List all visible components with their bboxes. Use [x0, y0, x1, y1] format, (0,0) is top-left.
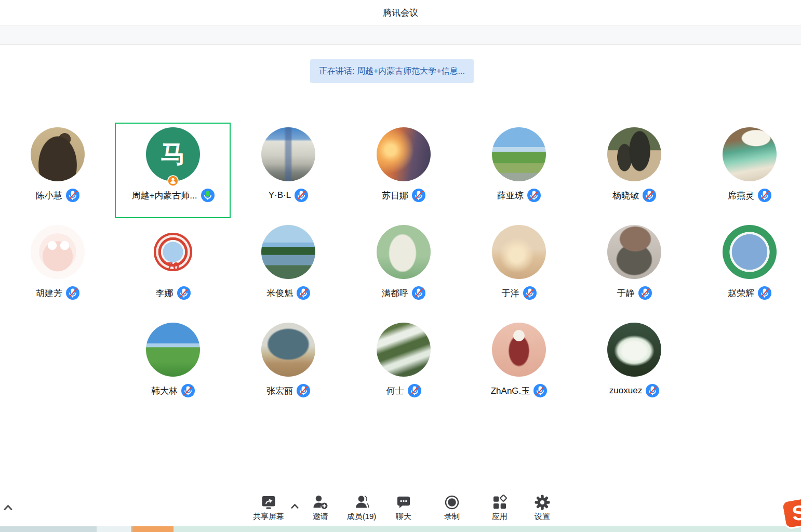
mic-muted-icon [643, 189, 656, 202]
dock-item-label: 共享屏幕 [253, 512, 284, 522]
participant-name: 何士 [386, 385, 404, 397]
bottom-toolbar: 共享屏幕邀请成员(19)聊天录制应用设置 [0, 493, 801, 526]
mic-muted-icon [412, 286, 425, 300]
participant-name-row: 李娜 [116, 286, 230, 300]
collapse-chevron-icon[interactable] [3, 504, 13, 511]
participant-name: zuoxuez [609, 385, 642, 396]
participant-name-row: 满都呼 [346, 286, 461, 300]
avatar-emblem: 马 [161, 142, 185, 167]
participant-name: 米俊魁 [266, 287, 293, 299]
participant-tile[interactable]: ZhAnG.玉 [462, 323, 576, 401]
mic-muted-icon [297, 384, 310, 397]
speaking-banner: 正在讲话: 周越+内蒙古师范大学+信息... [310, 59, 474, 83]
avatar [607, 225, 661, 279]
avatar: 马 [146, 127, 200, 181]
mic-muted-icon [181, 384, 195, 397]
participant-name-row: 陈小慧 [1, 189, 115, 202]
participant-name: 陈小慧 [36, 190, 62, 202]
speaking-banner-text: 正在讲话: 周越+内蒙古师范大学+信息... [319, 66, 465, 75]
participant-name-row: 何士 [346, 384, 461, 397]
participant-name-row: 薛亚琼 [462, 189, 576, 202]
participant-tile[interactable]: 满都呼 [346, 225, 461, 303]
participant-tile[interactable]: 米俊魁 [231, 225, 345, 303]
participant-name: 杨晓敏 [612, 190, 639, 202]
dock-item-settings[interactable]: 设置 [510, 494, 575, 522]
participant-name: 胡建芳 [36, 287, 62, 299]
avatar [31, 225, 85, 279]
members-icon [353, 494, 370, 511]
taskbar-segment [97, 526, 131, 532]
mic-muted-icon [533, 384, 547, 397]
participant-name: ZhAnG.玉 [491, 385, 530, 397]
avatar-emblem: 70 [167, 261, 179, 272]
mic-muted-icon [646, 384, 659, 397]
dock-item-label: 邀请 [313, 512, 328, 522]
participant-name: 苏日娜 [382, 190, 408, 202]
participant-name: 韩大林 [151, 385, 178, 397]
participant-name-row: 于静 [577, 286, 691, 300]
participant-name: 李娜 [156, 287, 173, 299]
avatar [723, 127, 777, 181]
participant-name-row: 周越+内蒙古师... [116, 189, 230, 202]
participant-tile[interactable]: 薛亚琼 [462, 127, 576, 205]
participant-name: 周越+内蒙古师... [131, 190, 197, 202]
mic-muted-icon [295, 189, 308, 202]
participant-name-row: 苏日娜 [346, 189, 461, 202]
avatar: 70 [146, 225, 200, 279]
avatar [31, 127, 85, 181]
participant-tile[interactable]: 赵荣辉 [692, 225, 801, 303]
mic-muted-icon [408, 384, 421, 397]
sogou-letter: S [791, 502, 801, 524]
settings-icon [533, 494, 551, 511]
participant-name: Y·B·L [269, 190, 291, 201]
participant-name: 于静 [617, 287, 635, 299]
participant-tile[interactable]: 马周越+内蒙古师... [116, 127, 230, 205]
participant-name: 张宏丽 [266, 385, 293, 397]
mic-muted-icon [758, 286, 771, 300]
participant-name: 薛亚琼 [497, 190, 524, 202]
dock-item-label: 聊天 [396, 512, 411, 522]
mic-muted-icon [66, 286, 79, 300]
participant-name-row: 张宏丽 [231, 384, 345, 397]
participant-tile[interactable]: 70李娜 [116, 225, 230, 303]
share-screen-icon [260, 494, 277, 511]
secondary-toolbar [0, 26, 801, 45]
avatar [492, 225, 546, 279]
taskbar-segment [173, 526, 801, 532]
participant-name-row: Y·B·L [231, 189, 345, 202]
mic-muted-icon [758, 189, 771, 202]
avatar [261, 225, 315, 279]
mic-muted-icon [412, 189, 425, 202]
dock-item-label: 设置 [535, 512, 550, 522]
participant-tile[interactable]: 何士 [346, 323, 461, 401]
participant-tile[interactable]: 于静 [577, 225, 691, 303]
participant-name-row: 于洋 [462, 286, 576, 300]
participant-tile[interactable]: 韩大林 [116, 323, 230, 401]
mic-muted-icon [297, 286, 310, 300]
mic-muted-icon [523, 286, 537, 300]
avatar [377, 225, 431, 279]
participant-name: 赵荣辉 [728, 287, 754, 299]
record-icon [443, 494, 461, 511]
participant-name-row: ZhAnG.玉 [462, 384, 576, 397]
taskbar[interactable] [0, 526, 801, 532]
avatar [261, 127, 315, 181]
participant-tile[interactable]: 陈小慧 [1, 127, 115, 205]
mic-muted-icon [177, 286, 191, 300]
participant-name-row: 赵荣辉 [692, 286, 801, 300]
participant-tile[interactable]: 杨晓敏 [577, 127, 691, 205]
participant-tile[interactable]: 张宏丽 [231, 323, 345, 401]
participant-tile[interactable]: Y·B·L [231, 127, 345, 205]
participant-name-row: 胡建芳 [1, 286, 115, 300]
participant-tile[interactable]: 于洋 [462, 225, 576, 303]
window-title: 腾讯会议 [0, 0, 801, 26]
participant-tile[interactable]: 席燕灵 [692, 127, 801, 205]
participant-name-row: 席燕灵 [692, 189, 801, 202]
avatar [261, 323, 315, 377]
participant-name: 满都呼 [382, 287, 408, 299]
avatar [492, 323, 546, 377]
participant-name-row: 韩大林 [116, 384, 230, 397]
participant-tile[interactable]: 胡建芳 [1, 225, 115, 303]
participant-tile[interactable]: 苏日娜 [346, 127, 461, 205]
participant-tile[interactable]: zuoxuez [577, 323, 691, 401]
